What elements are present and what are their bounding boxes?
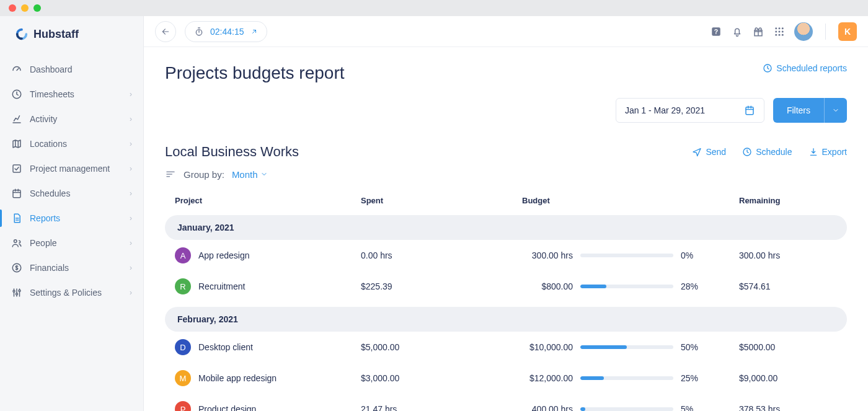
sidebar-item-activity[interactable]: Activity› <box>0 107 143 131</box>
main: 02:44:15 ? K Project <box>144 16 868 411</box>
calendar-icon <box>11 188 22 199</box>
bell-icon[interactable] <box>731 25 743 38</box>
gauge-icon <box>11 64 22 75</box>
schedule-button[interactable]: Schedule <box>742 147 792 157</box>
people-icon <box>11 237 22 249</box>
table-row[interactable]: MMobile app redesign$3,000.00$12,000.002… <box>165 363 847 394</box>
sidebar-item-label: Timesheets <box>30 89 74 99</box>
group-by-dropdown[interactable]: Month <box>232 169 268 180</box>
window-minimize-dot[interactable] <box>21 4 29 12</box>
send-icon <box>692 147 702 157</box>
chevron-right-icon: › <box>130 90 132 99</box>
timer-pill[interactable]: 02:44:15 <box>185 21 267 42</box>
svg-rect-2 <box>13 190 20 198</box>
scheduled-reports-link[interactable]: Scheduled reports <box>763 63 847 73</box>
project-cell: PProduct design <box>175 401 361 411</box>
table-header: Project Spent Budget Remaining <box>165 191 847 210</box>
check-square-icon <box>11 163 22 174</box>
project-cell: RRecruitment <box>175 278 361 294</box>
sidebar-item-reports[interactable]: Reports› <box>0 206 143 231</box>
svg-point-17 <box>782 30 784 32</box>
budget-value: 300.00 hrs <box>522 250 573 260</box>
sort-icon[interactable] <box>165 169 176 180</box>
chevron-right-icon: › <box>130 189 132 198</box>
window-maximize-dot[interactable] <box>33 4 41 12</box>
sidebar-item-dashboard[interactable]: Dashboard <box>0 57 143 82</box>
gift-icon[interactable] <box>752 25 764 38</box>
project-name: Mobile app redesign <box>198 373 277 383</box>
sidebar-item-settings-policies[interactable]: Settings & Policies› <box>0 280 143 305</box>
org-switcher[interactable]: K <box>838 22 857 41</box>
send-button[interactable]: Send <box>692 147 726 157</box>
group-by-value: Month <box>232 169 258 180</box>
remaining-cell: 300.00 hrs <box>739 250 863 260</box>
project-name: App redesign <box>198 250 250 260</box>
budget-cell: $800.0028% <box>522 281 739 291</box>
progress-bar <box>580 407 673 411</box>
col-remaining: Remaining <box>739 196 863 205</box>
table-row[interactable]: DDesktop client$5,000.00$10,000.0050%$50… <box>165 332 847 363</box>
sidebar-item-label: Project management <box>30 164 110 174</box>
clock-icon <box>742 147 752 157</box>
svg-point-6 <box>16 293 18 295</box>
date-range-value: Jan 1 - Mar 29, 2021 <box>625 105 705 115</box>
sidebar-item-people[interactable]: People› <box>0 231 143 255</box>
svg-point-3 <box>14 240 17 243</box>
window-close-dot[interactable] <box>9 4 16 12</box>
budget-cell: $10,000.0050% <box>522 342 739 352</box>
table-row[interactable]: RRecruitment$225.39$800.0028%$574.61 <box>165 271 847 302</box>
chevron-right-icon: › <box>130 139 132 148</box>
spent-cell: $225.39 <box>361 281 522 291</box>
project-badge: P <box>175 401 191 411</box>
svg-point-5 <box>13 290 15 292</box>
user-avatar[interactable] <box>794 22 813 41</box>
topbar: 02:44:15 ? K <box>144 16 868 47</box>
chevron-right-icon: › <box>130 239 132 247</box>
workspace-title: Local Business Works <box>165 144 299 160</box>
svg-text:?: ? <box>714 27 718 35</box>
send-label: Send <box>706 147 726 157</box>
col-spent: Spent <box>361 196 522 205</box>
stopwatch-icon <box>194 27 204 37</box>
group-header: January, 2021 <box>165 215 847 240</box>
brand-name: Hubstaff <box>33 28 79 41</box>
filters-button[interactable]: Filters <box>773 98 847 123</box>
svg-rect-22 <box>746 107 753 115</box>
org-initial: K <box>844 27 851 37</box>
help-icon[interactable]: ? <box>710 25 722 38</box>
timer-value: 02:44:15 <box>210 27 244 37</box>
file-icon <box>11 213 22 224</box>
sidebar-item-label: People <box>30 238 57 248</box>
project-name: Recruitment <box>198 281 245 291</box>
sidebar: Hubstaff DashboardTimesheets›Activity›Lo… <box>0 16 144 411</box>
project-cell: AApp redesign <box>175 247 361 263</box>
page-title: Projects budgets report <box>165 63 345 83</box>
sidebar-item-schedules[interactable]: Schedules› <box>0 181 143 206</box>
arrow-left-icon <box>161 27 170 36</box>
spent-cell: $5,000.00 <box>361 342 522 352</box>
spent-cell: $3,000.00 <box>361 373 522 383</box>
svg-point-18 <box>775 33 777 35</box>
budget-cell: $12,000.0025% <box>522 373 739 383</box>
sidebar-item-financials[interactable]: Financials› <box>0 255 143 280</box>
budget-value: $10,000.00 <box>522 342 573 352</box>
sidebar-item-locations[interactable]: Locations› <box>0 131 143 156</box>
svg-point-13 <box>779 27 781 29</box>
table-row[interactable]: AApp redesign0.00 hrs300.00 hrs0%300.00 … <box>165 240 847 271</box>
chevron-down-icon <box>260 170 268 178</box>
content: Projects budgets report Scheduled report… <box>144 47 868 411</box>
project-badge: D <box>175 339 191 355</box>
budget-cell: 300.00 hrs0% <box>522 250 739 260</box>
chevron-down-icon <box>824 98 847 123</box>
sidebar-item-project-management[interactable]: Project management› <box>0 156 143 181</box>
table-row[interactable]: PProduct design21.47 hrs400.00 hrs5%378.… <box>165 394 847 411</box>
percent-value: 50% <box>681 342 708 352</box>
export-button[interactable]: Export <box>808 147 847 157</box>
progress-bar <box>580 254 673 257</box>
date-range-picker[interactable]: Jan 1 - Mar 29, 2021 <box>616 98 764 123</box>
back-button[interactable] <box>155 21 176 42</box>
percent-value: 5% <box>681 404 708 411</box>
apps-grid-icon[interactable] <box>773 25 786 38</box>
percent-value: 28% <box>681 281 708 291</box>
sidebar-item-timesheets[interactable]: Timesheets› <box>0 82 143 107</box>
